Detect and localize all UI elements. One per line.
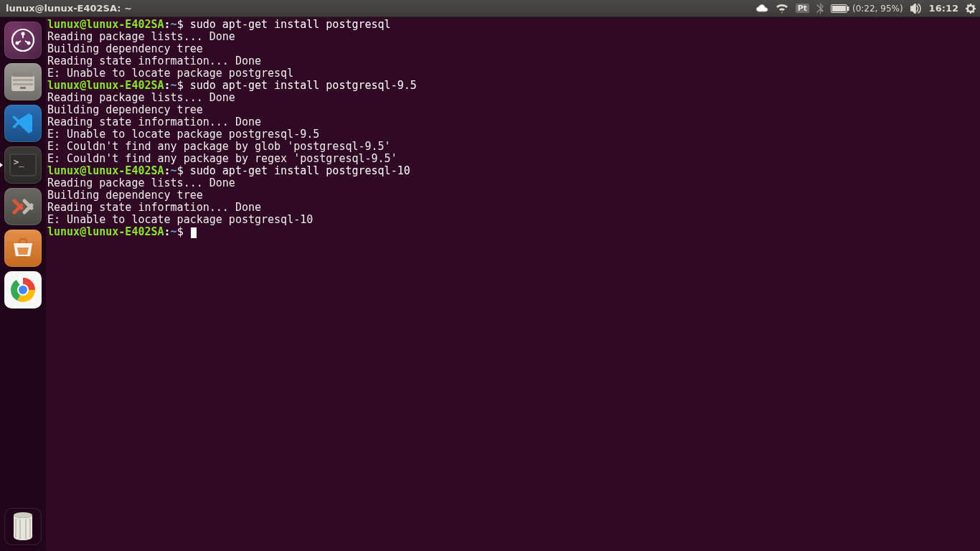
- window-title: lunux@lunux-E402SA: ~: [6, 3, 132, 14]
- battery-indicator[interactable]: (0:22, 95%): [831, 4, 903, 14]
- terminal-output-line: Reading state information... Done: [47, 116, 980, 128]
- terminal-viewport[interactable]: lunux@lunux-E402SA:~$ sudo apt-get insta…: [46, 17, 980, 551]
- terminal-output-line: Reading package lists... Done: [47, 177, 980, 189]
- terminal-output-line: E: Unable to locate package postgresql-9…: [47, 128, 980, 141]
- vscode-icon[interactable]: [4, 105, 42, 142]
- svg-point-16: [19, 286, 27, 294]
- terminal-command: sudo apt-get install postgresql: [190, 18, 391, 31]
- terminal-output-line: Building dependency tree: [47, 104, 980, 116]
- terminal-prompt-line: lunux@lunux-E402SA:~$: [47, 226, 980, 238]
- svg-rect-10: [13, 83, 33, 85]
- settings-icon[interactable]: [4, 188, 42, 225]
- svg-rect-9: [13, 79, 33, 81]
- svg-rect-11: [20, 87, 26, 89]
- terminal-command: sudo apt-get install postgresql-9.5: [190, 79, 417, 92]
- terminal-output-line: E: Couldn't find any package by glob 'po…: [47, 141, 980, 153]
- svg-rect-2: [847, 6, 849, 11]
- terminal-output-line: E: Unable to locate package postgresql-1…: [47, 214, 980, 226]
- bluetooth-icon[interactable]: [816, 3, 824, 14]
- terminal-prompt-line: lunux@lunux-E402SA:~$ sudo apt-get insta…: [47, 19, 980, 31]
- terminal-output-line: Building dependency tree: [47, 189, 980, 202]
- files-icon[interactable]: [4, 63, 42, 100]
- terminal-output-line: Building dependency tree: [47, 43, 980, 55]
- terminal-output-line: Reading package lists... Done: [47, 31, 980, 43]
- svg-rect-8: [11, 72, 34, 77]
- keyboard-layout-indicator[interactable]: Pt: [796, 4, 809, 13]
- svg-text:>_: >_: [14, 157, 24, 167]
- terminal-prompt-line: lunux@lunux-E402SA:~$ sudo apt-get insta…: [47, 80, 980, 92]
- terminal-output-line: Reading package lists... Done: [47, 92, 980, 104]
- clock[interactable]: 16:12: [929, 3, 958, 14]
- trash-icon[interactable]: [4, 508, 42, 545]
- battery-text: (0:22, 95%): [852, 4, 903, 14]
- terminal-output-line: Reading state information... Done: [47, 202, 980, 214]
- dash-icon[interactable]: [4, 22, 42, 59]
- terminal-output-line: E: Couldn't find any package by regex 'p…: [47, 153, 980, 165]
- wifi-icon[interactable]: [776, 4, 788, 14]
- gear-icon[interactable]: [966, 4, 976, 14]
- terminal-cursor: [191, 227, 197, 238]
- unity-launcher: >_: [0, 17, 46, 551]
- top-menu-bar: lunux@lunux-E402SA: ~ Pt (0:22, 95%) 16:…: [0, 0, 980, 17]
- terminal-command: sudo apt-get install postgresql-10: [190, 164, 410, 177]
- terminal-output-line: E: Unable to locate package postgresql: [47, 67, 980, 80]
- software-icon[interactable]: [4, 230, 42, 267]
- sound-icon[interactable]: [910, 4, 922, 14]
- svg-rect-1: [832, 6, 846, 11]
- cloud-icon[interactable]: [755, 4, 768, 14]
- terminal-prompt-line: lunux@lunux-E402SA:~$ sudo apt-get insta…: [47, 165, 980, 177]
- terminal-output-line: Reading state information... Done: [47, 55, 980, 67]
- terminal-icon[interactable]: >_: [4, 146, 42, 184]
- system-indicators: Pt (0:22, 95%) 16:12: [755, 3, 976, 14]
- svg-point-4: [22, 32, 25, 36]
- chrome-icon[interactable]: [4, 271, 42, 309]
